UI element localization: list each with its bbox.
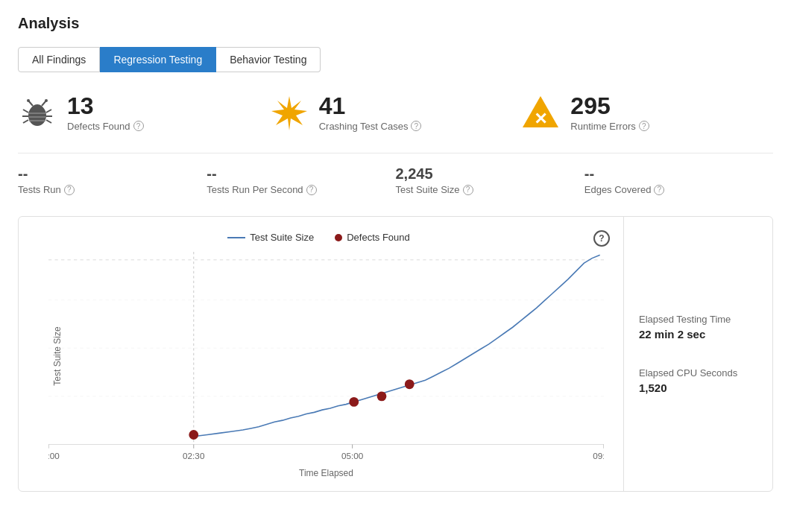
- metric-crashing: 41 Crashing Test Cases ?: [270, 93, 522, 132]
- crashing-label: Crashing Test Cases ?: [319, 121, 422, 132]
- svg-text:✕: ✕: [534, 110, 547, 128]
- metric-defects: 13 Defects Found ?: [18, 93, 270, 132]
- svg-point-24: [189, 430, 198, 440]
- legend-defects-label: Defects Found: [347, 232, 410, 243]
- legend-defects: Defects Found: [335, 232, 410, 243]
- svg-text:09:06: 09:06: [593, 451, 604, 460]
- svg-text:02:30: 02:30: [183, 451, 205, 460]
- suite-size-label: Test Suite Size ?: [396, 184, 584, 195]
- y-axis-label: Test Suite Size: [52, 326, 63, 385]
- legend-dot-icon: [335, 234, 342, 241]
- stat-suite-size: 2,245 Test Suite Size ?: [396, 165, 584, 195]
- svg-line-6: [23, 110, 28, 113]
- svg-point-25: [349, 397, 359, 407]
- tests-run-value: --: [18, 165, 207, 183]
- tests-run-info-icon[interactable]: ?: [64, 185, 75, 195]
- x-axis-label: Time Elapsed: [48, 468, 604, 478]
- tab-all-findings[interactable]: All Findings: [18, 47, 100, 72]
- metric-crashing-text: 41 Crashing Test Cases ?: [319, 94, 422, 132]
- tests-per-second-info-icon[interactable]: ?: [306, 185, 317, 195]
- metric-runtime-text: 295 Runtime Errors ?: [570, 94, 649, 132]
- metric-defects-text: 13 Defects Found ?: [67, 94, 144, 132]
- suite-size-info-icon[interactable]: ?: [463, 185, 473, 195]
- chart-svg: 00:00 02:30 05:00 09:06 0: [48, 252, 604, 460]
- tab-behavior-testing[interactable]: Behavior Testing: [216, 47, 321, 72]
- page-title: Analysis: [18, 15, 773, 32]
- sidebar-cpu-seconds: Elapsed CPU Seconds 1,520: [639, 367, 757, 394]
- cpu-seconds-label: Elapsed CPU Seconds: [639, 367, 757, 379]
- tests-per-second-value: --: [207, 165, 395, 183]
- svg-point-26: [377, 391, 387, 401]
- crash-icon: [270, 93, 309, 132]
- legend-suite-size: Test Suite Size: [227, 232, 314, 243]
- tests-per-second-label: Tests Run Per Second ?: [207, 184, 395, 195]
- metrics-row: 13 Defects Found ? 41 Crashing Test Case…: [18, 93, 773, 132]
- svg-point-27: [405, 379, 415, 389]
- svg-line-9: [46, 110, 51, 113]
- svg-line-8: [23, 120, 28, 123]
- edges-covered-label: Edges Covered ?: [584, 184, 773, 195]
- chart-sidebar: Elapsed Testing Time 22 min 2 sec Elapse…: [623, 217, 772, 491]
- testing-time-value: 22 min 2 sec: [639, 328, 757, 341]
- svg-text:05:00: 05:00: [341, 451, 364, 460]
- stats-row: -- Tests Run ? -- Tests Run Per Second ?…: [18, 165, 773, 195]
- chart-canvas: Test Suite Size: [48, 252, 604, 460]
- svg-point-5: [45, 99, 48, 102]
- warning-icon: ✕: [521, 93, 560, 132]
- svg-line-11: [46, 120, 51, 123]
- edges-covered-value: --: [584, 165, 773, 183]
- sidebar-testing-time: Elapsed Testing Time 22 min 2 sec: [639, 314, 757, 341]
- stat-edges-covered: -- Edges Covered ?: [584, 165, 773, 195]
- metrics-divider: [18, 153, 773, 153]
- legend-suite-size-label: Test Suite Size: [250, 232, 314, 243]
- svg-point-4: [27, 99, 30, 102]
- defects-value: 13: [67, 94, 144, 118]
- tab-regression-testing[interactable]: Regression Testing: [100, 47, 216, 72]
- runtime-value: 295: [570, 94, 649, 118]
- chart-legend: Test Suite Size Defects Found ?: [26, 232, 611, 243]
- chart-area: Test Suite Size Defects Found ? Test Sui…: [19, 217, 623, 491]
- tests-run-label: Tests Run ?: [18, 184, 207, 195]
- svg-marker-15: [271, 96, 307, 130]
- cpu-seconds-value: 1,520: [639, 381, 757, 394]
- stat-tests-per-second: -- Tests Run Per Second ?: [207, 165, 395, 195]
- bug-icon: [18, 93, 57, 132]
- suite-size-value: 2,245: [396, 165, 584, 183]
- tab-bar: All Findings Regression Testing Behavior…: [18, 47, 773, 72]
- crashing-info-icon[interactable]: ?: [411, 121, 421, 131]
- defects-label: Defects Found ?: [67, 121, 144, 132]
- defects-info-icon[interactable]: ?: [133, 121, 144, 131]
- testing-time-label: Elapsed Testing Time: [639, 314, 757, 325]
- runtime-info-icon[interactable]: ?: [639, 121, 649, 131]
- legend-line-icon: [227, 237, 245, 238]
- svg-text:00:00: 00:00: [48, 451, 60, 460]
- chart-section: Test Suite Size Defects Found ? Test Sui…: [18, 216, 773, 492]
- chart-help-icon[interactable]: ?: [593, 230, 610, 247]
- runtime-label: Runtime Errors ?: [570, 121, 649, 132]
- crashing-value: 41: [319, 94, 422, 118]
- metric-runtime: ✕ 295 Runtime Errors ?: [521, 93, 773, 132]
- edges-covered-info-icon[interactable]: ?: [654, 185, 664, 195]
- stat-tests-run: -- Tests Run ?: [18, 165, 207, 195]
